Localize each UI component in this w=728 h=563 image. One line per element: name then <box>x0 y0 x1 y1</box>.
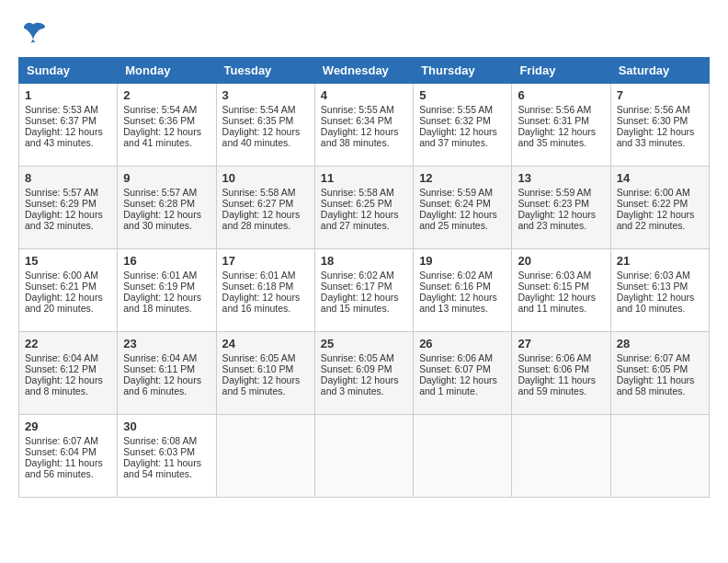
day-number: 4 <box>321 88 407 102</box>
day-number: 3 <box>222 88 309 102</box>
day-number: 23 <box>123 337 210 350</box>
calendar-cell <box>512 415 610 498</box>
day-number: 15 <box>25 254 111 268</box>
calendar-header-sunday: Sunday <box>19 58 118 84</box>
calendar-week-row: 1Sunrise: 5:53 AMSunset: 6:37 PMDaylight… <box>19 84 710 167</box>
day-info: Sunrise: 6:02 AMSunset: 6:16 PMDaylight:… <box>419 270 497 314</box>
calendar-header-wednesday: Wednesday <box>314 58 413 84</box>
calendar-week-row: 22Sunrise: 6:04 AMSunset: 6:12 PMDayligh… <box>19 332 710 415</box>
calendar-cell: 25Sunrise: 6:05 AMSunset: 6:09 PMDayligh… <box>314 332 413 415</box>
day-info: Sunrise: 5:57 AMSunset: 6:29 PMDaylight:… <box>25 187 103 231</box>
calendar-cell <box>216 415 314 498</box>
header <box>18 18 710 48</box>
day-info: Sunrise: 6:03 AMSunset: 6:15 PMDaylight:… <box>518 270 596 314</box>
day-number: 13 <box>518 171 604 185</box>
day-info: Sunrise: 5:54 AMSunset: 6:35 PMDaylight:… <box>222 104 301 148</box>
calendar-cell: 8Sunrise: 5:57 AMSunset: 6:29 PMDaylight… <box>19 167 118 249</box>
day-number: 17 <box>222 254 309 268</box>
calendar-cell: 23Sunrise: 6:04 AMSunset: 6:11 PMDayligh… <box>118 332 216 415</box>
day-info: Sunrise: 5:55 AMSunset: 6:32 PMDaylight:… <box>419 104 497 148</box>
day-number: 9 <box>123 171 210 185</box>
day-number: 2 <box>123 88 210 102</box>
calendar-cell: 6Sunrise: 5:56 AMSunset: 6:31 PMDaylight… <box>512 84 610 167</box>
day-info: Sunrise: 6:00 AMSunset: 6:22 PMDaylight:… <box>617 187 695 231</box>
day-info: Sunrise: 6:02 AMSunset: 6:17 PMDaylight:… <box>321 270 399 314</box>
day-number: 29 <box>25 419 111 433</box>
calendar-cell: 12Sunrise: 5:59 AMSunset: 6:24 PMDayligh… <box>414 167 512 249</box>
day-info: Sunrise: 6:04 AMSunset: 6:12 PMDaylight:… <box>25 352 103 396</box>
calendar-week-row: 29Sunrise: 6:07 AMSunset: 6:04 PMDayligh… <box>19 415 710 498</box>
day-info: Sunrise: 6:08 AMSunset: 6:03 PMDaylight:… <box>123 435 201 479</box>
day-number: 19 <box>419 254 506 268</box>
calendar-cell: 13Sunrise: 5:59 AMSunset: 6:23 PMDayligh… <box>512 167 610 249</box>
day-info: Sunrise: 6:06 AMSunset: 6:06 PMDaylight:… <box>518 352 596 396</box>
day-number: 10 <box>222 171 309 185</box>
calendar-cell: 29Sunrise: 6:07 AMSunset: 6:04 PMDayligh… <box>19 415 118 498</box>
day-number: 14 <box>617 171 703 185</box>
day-info: Sunrise: 5:59 AMSunset: 6:24 PMDaylight:… <box>419 187 497 231</box>
calendar-header-tuesday: Tuesday <box>216 58 314 84</box>
day-info: Sunrise: 6:07 AMSunset: 6:05 PMDaylight:… <box>617 352 695 396</box>
day-info: Sunrise: 6:07 AMSunset: 6:04 PMDaylight:… <box>25 435 103 479</box>
calendar-cell: 15Sunrise: 6:00 AMSunset: 6:21 PMDayligh… <box>19 249 118 332</box>
calendar-cell: 10Sunrise: 5:58 AMSunset: 6:27 PMDayligh… <box>216 167 314 249</box>
calendar-header-thursday: Thursday <box>414 58 512 84</box>
calendar-cell: 9Sunrise: 5:57 AMSunset: 6:28 PMDaylight… <box>118 167 216 249</box>
day-number: 5 <box>419 88 506 102</box>
calendar-cell: 24Sunrise: 6:05 AMSunset: 6:10 PMDayligh… <box>216 332 314 415</box>
day-number: 28 <box>617 337 703 350</box>
day-info: Sunrise: 5:56 AMSunset: 6:31 PMDaylight:… <box>518 104 596 148</box>
day-number: 16 <box>123 254 210 268</box>
calendar-cell: 14Sunrise: 6:00 AMSunset: 6:22 PMDayligh… <box>610 167 709 249</box>
day-number: 1 <box>25 88 111 102</box>
day-info: Sunrise: 5:54 AMSunset: 6:36 PMDaylight:… <box>123 104 201 148</box>
day-number: 6 <box>518 88 604 102</box>
day-info: Sunrise: 6:05 AMSunset: 6:10 PMDaylight:… <box>222 352 301 396</box>
calendar-cell: 7Sunrise: 5:56 AMSunset: 6:30 PMDaylight… <box>610 84 709 167</box>
calendar-cell <box>314 415 413 498</box>
day-number: 20 <box>518 254 604 268</box>
calendar-cell: 11Sunrise: 5:58 AMSunset: 6:25 PMDayligh… <box>314 167 413 249</box>
calendar-cell: 21Sunrise: 6:03 AMSunset: 6:13 PMDayligh… <box>610 249 709 332</box>
day-info: Sunrise: 5:56 AMSunset: 6:30 PMDaylight:… <box>617 104 695 148</box>
calendar-cell: 27Sunrise: 6:06 AMSunset: 6:06 PMDayligh… <box>512 332 610 415</box>
calendar-week-row: 15Sunrise: 6:00 AMSunset: 6:21 PMDayligh… <box>19 249 710 332</box>
day-info: Sunrise: 6:05 AMSunset: 6:09 PMDaylight:… <box>321 352 399 396</box>
day-info: Sunrise: 6:01 AMSunset: 6:18 PMDaylight:… <box>222 270 301 314</box>
calendar-cell: 22Sunrise: 6:04 AMSunset: 6:12 PMDayligh… <box>19 332 118 415</box>
day-number: 22 <box>25 337 111 350</box>
calendar-header-saturday: Saturday <box>610 58 709 84</box>
calendar-cell: 18Sunrise: 6:02 AMSunset: 6:17 PMDayligh… <box>314 249 413 332</box>
calendar-cell: 20Sunrise: 6:03 AMSunset: 6:15 PMDayligh… <box>512 249 610 332</box>
calendar-cell: 16Sunrise: 6:01 AMSunset: 6:19 PMDayligh… <box>118 249 216 332</box>
calendar-cell: 1Sunrise: 5:53 AMSunset: 6:37 PMDaylight… <box>19 84 118 167</box>
day-number: 26 <box>419 337 506 350</box>
day-info: Sunrise: 6:04 AMSunset: 6:11 PMDaylight:… <box>123 352 201 396</box>
calendar-cell: 17Sunrise: 6:01 AMSunset: 6:18 PMDayligh… <box>216 249 314 332</box>
day-info: Sunrise: 6:03 AMSunset: 6:13 PMDaylight:… <box>617 270 695 314</box>
calendar-cell <box>610 415 709 498</box>
calendar-cell: 19Sunrise: 6:02 AMSunset: 6:16 PMDayligh… <box>414 249 512 332</box>
day-number: 12 <box>419 171 506 185</box>
day-info: Sunrise: 5:55 AMSunset: 6:34 PMDaylight:… <box>321 104 399 148</box>
day-number: 27 <box>518 337 604 350</box>
day-info: Sunrise: 5:58 AMSunset: 6:25 PMDaylight:… <box>321 187 399 231</box>
calendar-cell: 2Sunrise: 5:54 AMSunset: 6:36 PMDaylight… <box>118 84 216 167</box>
calendar-cell <box>414 415 512 498</box>
day-number: 8 <box>25 171 111 185</box>
calendar-cell: 5Sunrise: 5:55 AMSunset: 6:32 PMDaylight… <box>414 84 512 167</box>
calendar-week-row: 8Sunrise: 5:57 AMSunset: 6:29 PMDaylight… <box>19 167 710 249</box>
calendar-cell: 3Sunrise: 5:54 AMSunset: 6:35 PMDaylight… <box>216 84 314 167</box>
day-info: Sunrise: 5:53 AMSunset: 6:37 PMDaylight:… <box>25 104 103 148</box>
calendar-header-row: SundayMondayTuesdayWednesdayThursdayFrid… <box>19 58 710 84</box>
calendar-cell: 28Sunrise: 6:07 AMSunset: 6:05 PMDayligh… <box>610 332 709 415</box>
day-info: Sunrise: 6:06 AMSunset: 6:07 PMDaylight:… <box>419 352 497 396</box>
day-number: 11 <box>321 171 407 185</box>
calendar-cell: 4Sunrise: 5:55 AMSunset: 6:34 PMDaylight… <box>314 84 413 167</box>
calendar-header-friday: Friday <box>512 58 610 84</box>
day-info: Sunrise: 6:00 AMSunset: 6:21 PMDaylight:… <box>25 270 103 314</box>
day-number: 18 <box>321 254 407 268</box>
day-info: Sunrise: 5:58 AMSunset: 6:27 PMDaylight:… <box>222 187 301 231</box>
day-info: Sunrise: 6:01 AMSunset: 6:19 PMDaylight:… <box>123 270 201 314</box>
logo-icon <box>18 18 48 48</box>
